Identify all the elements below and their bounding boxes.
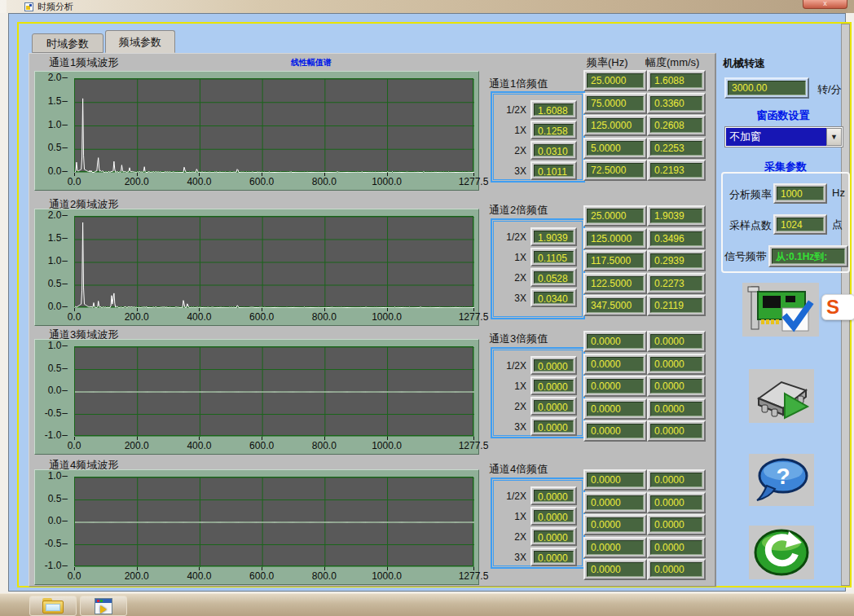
freq-value: 0.0000 xyxy=(587,495,644,510)
x-tick-label: 0.0 xyxy=(68,311,81,323)
y-tick-label: 0.5 xyxy=(37,363,68,374)
amp-cell: 0.0000 xyxy=(647,331,706,352)
taskbar-labview-button[interactable] xyxy=(80,596,127,616)
amp-value: 0.0000 xyxy=(650,562,702,577)
amp-cell: 0.0000 xyxy=(647,537,706,558)
harmonic-order-label: 2X xyxy=(497,272,526,284)
freq-value: 122.5000 xyxy=(587,276,644,291)
freq-cell: 0.0000 xyxy=(583,537,647,558)
y-tick-label: 1.0 xyxy=(37,470,68,482)
harmonics-title-1: 通道1倍频值 xyxy=(489,77,548,91)
y-tick-label: 0.0 xyxy=(37,165,68,177)
x-tick-label: 600.0 xyxy=(249,440,274,451)
x-tick-label: 600.0 xyxy=(249,176,274,187)
amp-value: 0.2608 xyxy=(650,118,702,133)
start-acquisition-button[interactable] xyxy=(749,369,814,423)
x-tick-label: 1277.5 xyxy=(459,176,489,187)
dropdown-arrow-icon[interactable]: ▼ xyxy=(826,128,842,146)
x-tick-label: 800.0 xyxy=(312,311,337,323)
x-tick-label: 0.0 xyxy=(68,440,81,451)
speed-input[interactable]: 3000.00 xyxy=(728,81,806,95)
harmonic-value-wrap: 0.0000 xyxy=(530,548,577,566)
reset-button[interactable] xyxy=(749,526,814,579)
harmonic-value-wrap: 0.0000 xyxy=(530,527,577,546)
freq-cell: 25.0000 xyxy=(583,70,647,91)
tab-frequency-domain[interactable]: 频域参数 xyxy=(105,30,175,53)
harmonic-value: 0.0340 xyxy=(534,292,574,304)
harmonic-value: 0.0000 xyxy=(534,530,574,543)
help-bubble-icon: ? xyxy=(752,456,811,504)
y-tick-label: 0.5 xyxy=(37,278,68,289)
amp-cell: 0.0000 xyxy=(647,492,706,513)
harmonic-order-label: 1X xyxy=(497,511,526,522)
harmonic-value-wrap: 0.0000 xyxy=(530,417,577,436)
harmonics-panel-inner: 1/2X1.60881X0.12582X0.03103X0.1011 xyxy=(493,94,583,180)
freq-cell: 125.0000 xyxy=(583,228,647,249)
amp-cell: 0.2608 xyxy=(647,115,706,136)
taskbar: S ? ▾ xyxy=(0,593,854,616)
harmonic-value-wrap: 0.0340 xyxy=(530,288,577,307)
freq-column-header: 频率(Hz) xyxy=(587,55,628,70)
chart-canvas-2 xyxy=(75,217,474,308)
window-fn-label: 窗函数设置 xyxy=(724,108,842,123)
harmonic-value: 0.0000 xyxy=(534,551,574,563)
x-tick-label: 0.0 xyxy=(68,570,81,582)
window-title: 时频分析 xyxy=(37,1,73,13)
harmonic-value: 0.0000 xyxy=(534,420,574,433)
amp-cell: 0.2253 xyxy=(647,138,706,159)
signal-band-wrap: 从:0.1Hz到: xyxy=(768,245,848,267)
freq-value: 72.5000 xyxy=(587,163,644,178)
harmonics-row: 2X0.0310 xyxy=(497,140,577,161)
harmonic-order-label: 1/2X xyxy=(497,104,526,116)
window-fn-dropdown[interactable]: 不加窗 ▼ xyxy=(724,126,843,147)
x-tick-label: 600.0 xyxy=(249,311,274,323)
check-device-button[interactable] xyxy=(742,283,819,337)
harmonic-order-label: 3X xyxy=(497,165,526,177)
y-tick-label: 0.5 xyxy=(37,142,68,153)
help-button[interactable]: ? xyxy=(749,454,814,506)
harmonic-order-label: 1X xyxy=(497,252,526,263)
taskbar-folder-button[interactable] xyxy=(29,596,77,616)
x-tick-label: 200.0 xyxy=(125,176,149,187)
waveform-line-2 xyxy=(75,222,474,308)
tab-time-domain[interactable]: 时域参数 xyxy=(32,33,103,53)
acq-params-group: 分析频率 1000 Hz 采样点数 1024 点 信号频带 从:0.1Hz到: xyxy=(721,172,850,273)
harmonics-title-3: 通道3倍频值 xyxy=(489,332,548,346)
harmonic-value: 0.0310 xyxy=(534,144,574,156)
amp-cell: 0.0000 xyxy=(647,514,706,535)
freq-value: 25.0000 xyxy=(587,73,644,88)
y-tick-label: 1.0 xyxy=(37,255,68,266)
x-tick-label: 800.0 xyxy=(312,440,337,451)
x-tick-label: 400.0 xyxy=(187,311,211,323)
plot-area-1 xyxy=(74,78,473,172)
speed-input-wrap: 3000.00 xyxy=(724,77,809,99)
sample-count-input[interactable]: 1024 xyxy=(777,218,824,231)
freq-cell: 122.5000 xyxy=(583,273,647,294)
signal-band-label: 信号频带 xyxy=(724,249,767,264)
y-tick-label: 0.0 xyxy=(37,515,68,526)
waveform-chart-1: 0.00.51.01.52.00.0200.0400.0600.0800.010… xyxy=(34,71,479,191)
x-tick-label: 1000.0 xyxy=(372,311,402,323)
x-tick-label: 1000.0 xyxy=(372,176,402,187)
amp-cell: 0.0000 xyxy=(647,398,706,420)
close-button[interactable]: x xyxy=(803,0,847,9)
harmonic-order-label: 3X xyxy=(497,552,526,563)
y-tick-label: -1.0 xyxy=(37,560,68,571)
harmonics-row: 2X0.0528 xyxy=(497,267,577,288)
freq-cell: 0.0000 xyxy=(583,559,647,580)
harmonics-row: 3X0.1011 xyxy=(497,161,577,181)
client-area: 时域参数 频域参数 通道1频域波形线性幅值谱0.00.51.01.52.00.0… xyxy=(8,13,846,592)
sogou-ime-badge[interactable]: S xyxy=(821,294,854,320)
amp-value: 0.0000 xyxy=(650,540,702,555)
harmonics-row: 1/2X0.0000 xyxy=(497,355,577,376)
x-tick-label: 800.0 xyxy=(312,176,337,187)
freq-cell: 125.0000 xyxy=(583,115,647,136)
harmonics-panel-inner: 1/2X0.00001X0.00002X0.00003X0.0000 xyxy=(493,480,583,566)
analysis-freq-input[interactable]: 1000 xyxy=(777,187,824,200)
app-window: 时频分析 x 时域参数 频域参数 通道1频域波形线性幅值谱0.00.51.01.… xyxy=(7,0,847,593)
freq-cell: 25.0000 xyxy=(583,205,647,227)
amp-cell: 0.0000 xyxy=(647,354,706,375)
harmonic-value-wrap: 0.1105 xyxy=(530,248,577,266)
amp-cell: 0.3360 xyxy=(647,93,706,114)
speed-unit: 转/分 xyxy=(817,82,842,97)
